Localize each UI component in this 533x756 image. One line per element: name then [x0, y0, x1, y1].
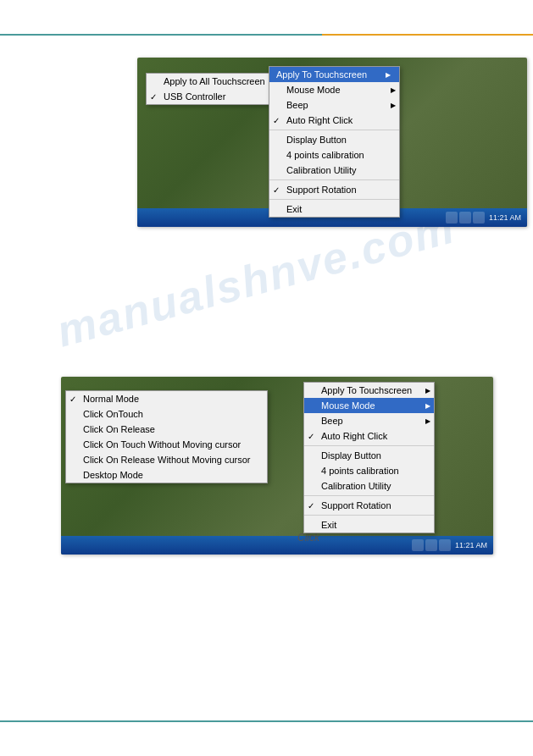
screenshot2-bg: Normal Mode Click OnTouch Click On Relea…	[61, 377, 493, 555]
separator5	[304, 495, 434, 496]
screenshot1: Apply to All Touchscreen USB Controller …	[137, 58, 527, 227]
screenshot2-taskbar: 11:21 AM	[61, 536, 493, 555]
apply-touchscreen-menu: Apply To Touchscreen Mouse Mode Beep Aut…	[269, 66, 400, 218]
screenshot2: Normal Mode Click OnTouch Click On Relea…	[61, 377, 493, 555]
taskbar2-icon3	[439, 539, 451, 551]
exit-item1[interactable]: Exit	[269, 201, 399, 217]
taskbar2-right: 11:21 AM	[412, 539, 493, 551]
usb-controller-item[interactable]: USB Controller	[147, 89, 282, 104]
apply-all-menu: Apply to All Touchscreen USB Controller	[146, 73, 283, 105]
separator1	[269, 130, 399, 130]
top-border-orange	[322, 34, 533, 36]
normal-mode-item[interactable]: Normal Mode	[66, 391, 267, 406]
4points-item2[interactable]: 4 points calibration	[304, 463, 434, 478]
taskbar1-icon3	[473, 212, 485, 223]
exit-item2[interactable]: Exit	[304, 517, 434, 533]
top-border-blue	[0, 34, 322, 36]
apply-touchscreen-item2[interactable]: Apply To Touchscreen	[304, 383, 434, 398]
taskbar1-right: 11:21 AM	[446, 212, 527, 223]
top-border	[0, 34, 533, 36]
apply-all-touchscreen-item[interactable]: Apply to All Touchscreen	[147, 74, 282, 89]
click-on-release-item[interactable]: Click On Release	[66, 422, 267, 437]
separator2	[269, 179, 399, 180]
bottom-border	[0, 720, 533, 722]
click-ontouch-item[interactable]: Click OnTouch	[66, 406, 267, 422]
taskbar2-icon1	[412, 539, 424, 551]
beep-item2[interactable]: Beep	[304, 413, 434, 428]
taskbar2-time: 11:21 AM	[452, 541, 490, 549]
separator6	[304, 515, 434, 516]
calibration-utility-item1[interactable]: Calibration Utility	[269, 163, 399, 178]
auto-right-click-item1[interactable]: Auto Right Click	[269, 113, 399, 128]
separator4	[304, 445, 434, 446]
click-release-no-move-item[interactable]: Click On Release Without Moving cursor	[66, 452, 267, 467]
display-button-item1[interactable]: Display Button	[269, 132, 399, 147]
support-rotation-item2[interactable]: Support Rotation	[304, 498, 434, 513]
bottom-border-blue	[0, 720, 533, 722]
apply-touchscreen-header[interactable]: Apply To Touchscreen	[269, 67, 399, 82]
separator3	[269, 199, 399, 200]
4points-item1[interactable]: 4 points calibration	[269, 147, 399, 163]
click-label: Click	[297, 532, 319, 544]
taskbar1-time: 11:21 AM	[486, 213, 524, 222]
beep-item1[interactable]: Beep	[269, 97, 399, 113]
support-rotation-item1[interactable]: Support Rotation	[269, 182, 399, 197]
desktop-mode-item[interactable]: Desktop Mode	[66, 467, 267, 483]
click-touch-no-move-item[interactable]: Click On Touch Without Moving cursor	[66, 437, 267, 452]
screenshot1-bg: Apply to All Touchscreen USB Controller …	[137, 58, 527, 227]
mouse-mode-submenu: Normal Mode Click OnTouch Click On Relea…	[65, 390, 268, 483]
calibration-utility-item2[interactable]: Calibration Utility	[304, 478, 434, 494]
taskbar1-icon2	[459, 212, 471, 223]
taskbar2-icon2	[425, 539, 437, 551]
mouse-mode-item2[interactable]: Mouse Mode	[304, 398, 434, 413]
taskbar1-icon1	[446, 212, 458, 223]
auto-right-click-item2[interactable]: Auto Right Click	[304, 428, 434, 444]
display-button-item2[interactable]: Display Button	[304, 448, 434, 463]
mouse-mode-item1[interactable]: Mouse Mode	[269, 82, 399, 97]
main-context-menu2: Apply To Touchscreen Mouse Mode Beep Aut…	[303, 382, 435, 533]
